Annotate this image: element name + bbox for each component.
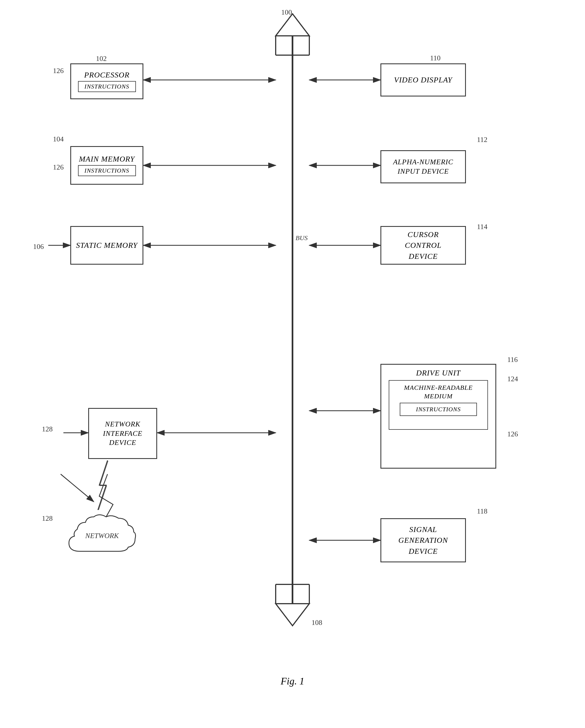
signal-generation-label: SIGNAL GENERATION DEVICE xyxy=(398,524,448,556)
label-104: 104 xyxy=(53,135,64,144)
label-128-1: 128 xyxy=(42,425,53,433)
svg-text:NETWORK: NETWORK xyxy=(85,532,119,540)
label-126-3: 126 xyxy=(507,430,518,438)
network-interface-box: NETWORK INTERFACE DEVICE xyxy=(88,408,157,459)
signal-generation-box: SIGNAL GENERATION DEVICE xyxy=(380,518,466,562)
fig-caption: Fig. 1 xyxy=(248,675,337,687)
label-106: 106 xyxy=(33,242,44,251)
main-memory-label: MAIN MEMORY xyxy=(79,155,135,163)
instructions-inner-2: INSTRUCTIONS xyxy=(78,165,136,176)
label-118: 118 xyxy=(477,507,487,516)
instructions-inner-1: INSTRUCTIONS xyxy=(78,81,136,92)
alpha-numeric-box: ALPHA-NUMERIC INPUT DEVICE xyxy=(380,150,466,183)
label-102: 102 xyxy=(96,55,107,63)
label-126-2: 126 xyxy=(53,163,64,172)
network-interface-label: NETWORK INTERFACE DEVICE xyxy=(103,419,143,447)
label-110: 110 xyxy=(430,54,440,62)
alpha-numeric-label: ALPHA-NUMERIC INPUT DEVICE xyxy=(393,157,453,176)
label-124: 124 xyxy=(507,375,518,383)
cursor-control-box: CURSOR CONTROL DEVICE xyxy=(380,226,466,265)
svg-line-24 xyxy=(61,474,94,502)
network-cloud: NETWORK xyxy=(63,507,141,562)
svg-marker-9 xyxy=(276,604,309,626)
processor-box: PROCESSOR INSTRUCTIONS xyxy=(70,63,143,99)
drive-unit-label: DRIVE UNIT xyxy=(416,368,461,378)
drive-unit-box: DRIVE UNIT MACHINE-READABLE MEDIUM INSTR… xyxy=(380,364,496,469)
machine-readable-box: MACHINE-READABLE MEDIUM INSTRUCTIONS xyxy=(389,380,488,430)
instructions-inner-3: INSTRUCTIONS xyxy=(400,403,477,416)
video-display-label: VIDEO DISPLAY xyxy=(394,76,452,84)
svg-marker-5 xyxy=(276,14,309,36)
static-memory-label: STATIC MEMORY xyxy=(76,241,137,250)
label-100: 100 xyxy=(281,8,292,17)
main-memory-box: MAIN MEMORY INSTRUCTIONS xyxy=(70,146,143,185)
machine-readable-label: MACHINE-READABLE MEDIUM xyxy=(404,384,473,400)
label-128-2: 128 xyxy=(42,514,53,523)
cursor-control-label: CURSOR CONTROL DEVICE xyxy=(405,229,441,262)
label-116: 116 xyxy=(507,356,518,364)
instructions-label-3: INSTRUCTIONS xyxy=(416,406,461,413)
label-114: 114 xyxy=(477,223,487,231)
instructions-label-1: INSTRUCTIONS xyxy=(84,83,129,90)
label-108: 108 xyxy=(311,619,322,627)
instructions-label-2: INSTRUCTIONS xyxy=(84,167,129,174)
label-bus: BUS xyxy=(296,234,308,242)
processor-label: PROCESSOR xyxy=(84,71,130,79)
static-memory-box: STATIC MEMORY xyxy=(70,226,143,265)
video-display-box: VIDEO DISPLAY xyxy=(380,63,466,97)
lightning-bolt xyxy=(94,460,116,510)
label-126-1: 126 xyxy=(53,67,64,75)
label-112: 112 xyxy=(477,136,487,144)
